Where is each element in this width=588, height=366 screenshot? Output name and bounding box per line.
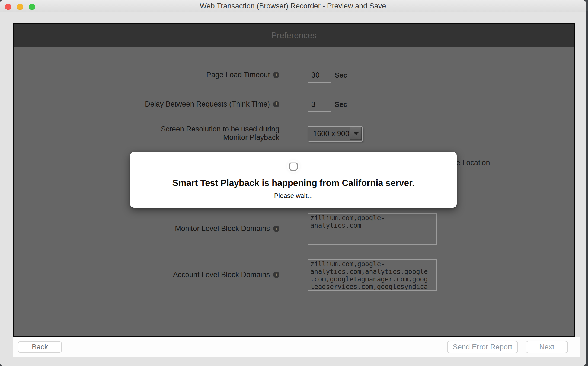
monitor-block-domains-label: Monitor Level Block Domains bbox=[175, 224, 270, 233]
think-time-unit: Sec bbox=[335, 97, 347, 112]
panel-title: Preferences bbox=[271, 31, 317, 40]
info-icon[interactable]: i bbox=[273, 72, 279, 78]
desktop-background-sliver bbox=[586, 11, 588, 366]
account-block-domains-label-row: Account Level Block Domains i bbox=[14, 267, 279, 282]
info-icon[interactable]: i bbox=[273, 101, 279, 107]
footer-action-bar: Back Send Error Report Next bbox=[13, 337, 580, 357]
monitor-block-domains-label-row: Monitor Level Block Domains i bbox=[14, 221, 279, 236]
info-icon[interactable]: i bbox=[273, 272, 279, 278]
close-window-icon[interactable] bbox=[5, 4, 11, 10]
window-titlebar: Web Transaction (Browser) Recorder - Pre… bbox=[0, 0, 586, 12]
panel-header: Preferences bbox=[14, 24, 574, 47]
screen-resolution-label: Screen Resolution to be used during Moni… bbox=[152, 125, 279, 142]
dialog-title: Smart Test Playback is happening from Ca… bbox=[172, 178, 415, 188]
dialog-subtitle: Please wait... bbox=[274, 192, 313, 200]
page-load-timeout-label-row: Page Load Timeout i bbox=[14, 67, 279, 82]
monitor-block-domains-textarea[interactable]: zillium.com,google- analytics.com bbox=[308, 213, 437, 245]
playback-progress-dialog: Smart Test Playback is happening from Ca… bbox=[130, 152, 457, 208]
traffic-lights bbox=[5, 4, 35, 10]
loading-spinner-icon bbox=[289, 162, 298, 171]
chevron-down-icon bbox=[354, 132, 359, 135]
think-time-label: Delay Between Requests (Think Time) bbox=[145, 100, 270, 108]
send-error-report-button[interactable]: Send Error Report bbox=[447, 341, 518, 353]
page-load-timeout-unit: Sec bbox=[335, 68, 347, 83]
minimize-window-icon[interactable] bbox=[17, 4, 23, 10]
page-load-timeout-input[interactable] bbox=[308, 68, 331, 83]
page-load-timeout-label: Page Load Timeout bbox=[206, 71, 270, 79]
back-button[interactable]: Back bbox=[18, 341, 62, 353]
resolution-select[interactable]: 1600 x 900 bbox=[308, 126, 363, 142]
account-block-domains-textarea[interactable]: zillium.com,google- analytics.com,analyt… bbox=[308, 259, 437, 291]
zoom-window-icon[interactable] bbox=[29, 4, 35, 10]
info-icon[interactable]: i bbox=[273, 226, 279, 232]
dropdown-button[interactable] bbox=[350, 127, 362, 140]
window-title: Web Transaction (Browser) Recorder - Pre… bbox=[0, 0, 586, 12]
next-button[interactable]: Next bbox=[526, 341, 568, 353]
account-block-domains-label: Account Level Block Domains bbox=[173, 271, 270, 279]
app-window: Web Transaction (Browser) Recorder - Pre… bbox=[0, 0, 586, 366]
think-time-label-row: Delay Between Requests (Think Time) i bbox=[14, 97, 279, 112]
think-time-input[interactable] bbox=[308, 97, 331, 112]
obscured-label-fragment: e Location bbox=[456, 159, 490, 167]
screen-resolution-label-row: Screen Resolution to be used during Moni… bbox=[14, 125, 279, 142]
